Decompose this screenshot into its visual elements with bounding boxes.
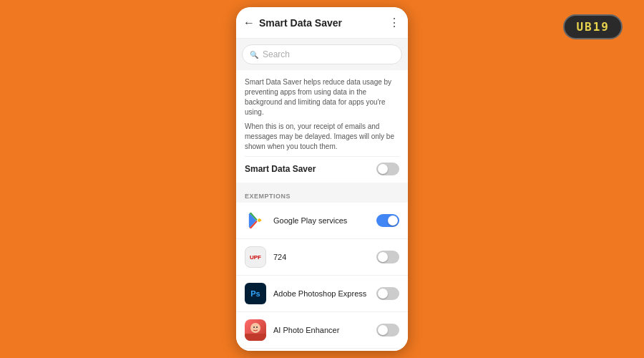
724-icon: UPF (245, 246, 266, 268)
list-item: UPF 724 (236, 239, 408, 276)
description-text-1: Smart Data Saver helps reduce data usage… (245, 77, 399, 117)
search-icon: 🔍 (250, 51, 258, 59)
back-button[interactable]: ← (243, 16, 255, 29)
svg-point-1 (253, 326, 255, 328)
list-item: Google Play services (236, 203, 408, 239)
toggle-knob (378, 289, 388, 299)
toggle-knob (378, 164, 388, 174)
content-area: Smart Data Saver helps reduce data usage… (236, 70, 408, 351)
smart-data-saver-label: Smart Data Saver (245, 164, 316, 174)
description-text-2: When this is on, your receipt of emails … (245, 122, 399, 152)
search-placeholder: Search (263, 49, 290, 59)
app-name-724: 724 (273, 253, 369, 261)
app-name-ai-photo: AI Photo Enhancer (273, 326, 369, 334)
exemptions-section-label: EXEMPTIONS (236, 187, 408, 203)
watermark-badge: UB19 (563, 14, 623, 39)
smart-data-saver-toggle[interactable] (376, 163, 399, 175)
ai-photo-icon (245, 319, 266, 341)
watermark-text: UB19 (576, 20, 610, 34)
svg-rect-3 (245, 334, 266, 341)
toggle-knob (378, 325, 388, 335)
ai-photo-toggle[interactable] (376, 324, 399, 337)
ps-icon-text: Ps (250, 289, 260, 298)
toggle-knob (378, 252, 388, 262)
724-toggle[interactable] (376, 251, 399, 263)
list-item: Ps Adobe Photoshop Express (236, 276, 408, 312)
more-options-button[interactable]: ⋮ (389, 16, 401, 29)
smart-data-saver-row: Smart Data Saver (245, 156, 399, 175)
toggle-knob (388, 216, 398, 226)
google-play-toggle[interactable] (376, 214, 399, 227)
photoshop-icon: Ps (245, 283, 266, 304)
list-item: AI Photo Enhancer (236, 312, 408, 349)
phone-frame: ← Smart Data Saver ⋮ 🔍 Search Smart Data… (236, 7, 408, 351)
svg-point-0 (250, 323, 260, 333)
724-icon-text: UPF (250, 254, 261, 261)
google-play-icon (245, 210, 266, 231)
photoshop-toggle[interactable] (376, 287, 399, 300)
svg-point-2 (256, 326, 258, 328)
app-name-photoshop: Adobe Photoshop Express (273, 289, 369, 298)
list-item: All Mirror – Screen Mirroring (236, 349, 408, 351)
page-title: Smart Data Saver (259, 17, 342, 29)
page-header: ← Smart Data Saver ⋮ (236, 7, 408, 39)
header-left: ← Smart Data Saver (243, 16, 342, 29)
description-section: Smart Data Saver helps reduce data usage… (236, 70, 408, 183)
search-bar[interactable]: 🔍 Search (242, 44, 402, 64)
app-name-google-play: Google Play services (273, 216, 369, 225)
